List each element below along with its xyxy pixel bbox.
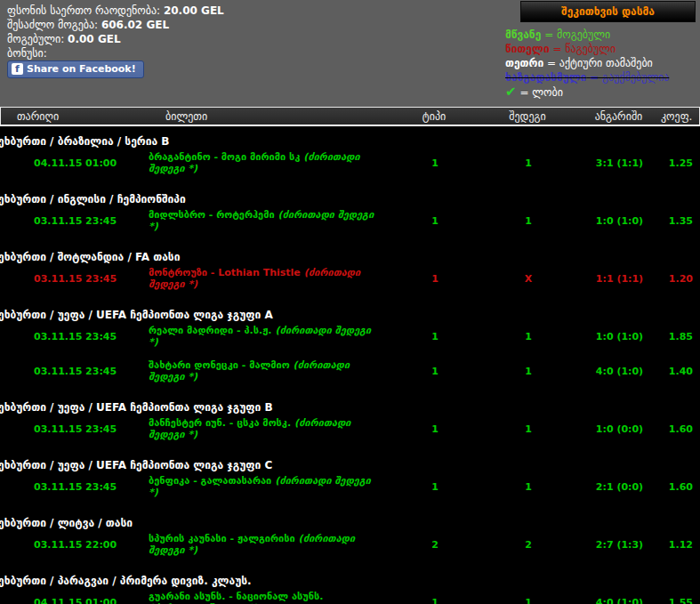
league-header: ეხბურთი / უეფა / UEFA ჩემპიონთა ლიგა ჯგუ… (0, 392, 700, 415)
bet-odds: 1.60 (662, 481, 700, 493)
bonus-label: ბონუსი: (7, 47, 47, 60)
header-date: თარიღი (1, 110, 143, 123)
bet-score: 2:1 (0:0) (577, 481, 662, 493)
bet-odds: 1.25 (662, 157, 700, 169)
bet-score: 2:7 (1:3) (577, 539, 662, 551)
share-on-facebook-button[interactable]: f Share on Facebook! (7, 60, 144, 78)
bet-score: 1:1 (1:1) (577, 273, 662, 285)
bet-result: 1 (479, 423, 577, 435)
match-teams: მიდლსბრო - როტერჰემი (149, 209, 275, 221)
bet-row: 03.11.15 23:45 შახტარი დონეცკი - მალმიო … (0, 358, 700, 392)
bet-row: 03.11.15 22:00 სპურის კაუნასი - ჟალგირის… (0, 531, 700, 566)
legend-item: ✔ = ლობი (505, 85, 669, 100)
account-summary: ფსონის საერთო რაოდენობა: 20.00 GEL შესაძ… (7, 4, 224, 60)
bet-history-table: თარიღი ბილეთი ტიპი შედეგი ანგარიში კოეფ.… (0, 107, 700, 604)
bet-type: 1 (390, 331, 479, 342)
match-teams: გუარანი ასუნს. - ნაციონალ ასუნს. (149, 591, 323, 602)
bet-row: 03.11.15 23:45 მონტროუზი - Lothian Thist… (0, 265, 700, 300)
bet-ticket: მანჩესტერ იუნ. - ცსკა მოსკ. (ძირითადი შე… (142, 417, 390, 440)
bet-result: 1 (479, 481, 577, 493)
bet-type: 1 (390, 215, 479, 227)
bet-ticket: შახტარი დონეცკი - მალმიო (ძირითადი შედეგ… (142, 359, 390, 383)
legend-desc: = წაგებული (552, 43, 616, 55)
bet-ticket: მიდლსბრო - როტერჰემი (ძირითადი შედეგი *) (142, 209, 390, 232)
header-ticket: ბილეთი (143, 110, 390, 123)
match-teams: მონტროუზი - Lothian Thistle (149, 267, 301, 278)
possible-win-line: შესაძლო მოგება: 606.02 GEL (7, 18, 224, 32)
bet-result: 1 (479, 157, 577, 169)
total-bet-label: ფსონის საერთო რაოდენობა: (7, 4, 160, 17)
bet-type: 1 (390, 157, 479, 169)
legend-desc: = ლობი (519, 86, 563, 99)
bet-type: 1 (390, 423, 479, 435)
bet-ticket: ბენფიკა - გალათასარაი (ძირითადი შედეგი *… (142, 475, 390, 498)
bet-result: X (479, 273, 577, 285)
bet-date: 04.11.15 01:00 (0, 597, 142, 604)
possible-win-value: 606.02 GEL (101, 19, 169, 31)
table-body: ეხბურთი / ბრაზილია / სერია B 04.11.15 01… (0, 126, 700, 604)
bet-score: 1:0 (1:0) (577, 215, 662, 227)
bet-row: 04.11.15 01:00 გუარანი ასუნს. - ნაციონალ… (0, 589, 700, 604)
bet-type: 1 (390, 481, 479, 493)
header-type: ტიპი (390, 110, 479, 123)
total-bet-value: 20.00 GEL (164, 4, 224, 17)
bet-date: 03.11.15 23:45 (0, 273, 142, 285)
league-header: ეხბურთი / შოტლანდია / FA თასი (0, 242, 700, 265)
legend-term: ხაზგადასმული (505, 71, 586, 84)
ask-question-button[interactable]: შეკითხვის დასმა (520, 1, 696, 22)
legend-desc: = გაუქმებულია (590, 71, 669, 84)
league-header: ეხბურთი / უეფა / UEFA ჩემპიონთა ლიგა ჯგუ… (0, 450, 700, 473)
bet-result: 1 (479, 331, 577, 342)
bet-date: 03.11.15 22:00 (0, 539, 142, 551)
bet-type: 2 (390, 539, 479, 551)
bet-score: 1:0 (1:0) (577, 331, 662, 342)
bet-row: 03.11.15 23:45 მიდლსბრო - როტერჰემი (ძირ… (0, 207, 700, 242)
bet-ticket: ბრაგანტინო - მოგი მირიმი სკ (ძირითადი შე… (142, 151, 390, 174)
bet-odds: 1.12 (662, 539, 700, 551)
legend-item: თეთრი = აქტიური თამაშები (505, 56, 669, 70)
league-header: ეხბურთი / ბრაზილია / სერია B (0, 126, 700, 149)
won-line: მოგებული: 0.00 GEL (7, 32, 224, 46)
bet-odds: 1.40 (662, 366, 700, 377)
bet-odds: 1.55 (662, 597, 700, 604)
header-result: შედეგი (479, 110, 576, 123)
league-header: ეხბურთი / ინგლისი / ჩემპიონშიპი (0, 184, 700, 207)
bet-type: 1 (390, 597, 479, 604)
bet-date: 03.11.15 23:45 (0, 366, 142, 377)
match-teams: ბრაგანტინო - მოგი მირიმი სკ (149, 151, 300, 163)
facebook-icon: f (12, 63, 23, 75)
won-label: მოგებული: (7, 33, 64, 45)
league-header: ეხბურთი / უეფა / UEFA ჩემპიონთა ლიგა ჯგუ… (0, 300, 700, 323)
bet-odds: 1.20 (662, 273, 700, 285)
facebook-button-label: Share on Facebook! (27, 63, 136, 75)
bet-odds: 1.85 (662, 331, 700, 342)
bet-row: 03.11.15 23:45 მანჩესტერ იუნ. - ცსკა მოს… (0, 415, 700, 450)
bet-result: 1 (479, 215, 577, 227)
legend-item: წითელი = წაგებული (505, 42, 669, 56)
match-teams: ბენფიკა - გალათასარაი (149, 475, 271, 487)
bet-date: 03.11.15 23:45 (0, 331, 142, 342)
bet-result: 2 (479, 539, 577, 551)
bet-ticket: მონტროუზი - Lothian Thistle (ძირითადი შე… (142, 267, 390, 290)
bet-date: 04.11.15 01:00 (0, 157, 142, 169)
bet-ticket: გუარანი ასუნს. - ნაციონალ ასუნს. (ძირითა… (142, 591, 390, 604)
bet-result: 1 (479, 597, 577, 604)
match-teams: მანჩესტერ იუნ. - ცსკა მოსკ. (149, 417, 291, 429)
bet-row: 04.11.15 01:00 ბრაგანტინო - მოგი მირიმი … (0, 149, 700, 184)
bet-ticket: სპურის კაუნასი - ჟალგირისი (ძირითადი შედ… (142, 533, 390, 556)
won-value: 0.00 GEL (68, 33, 120, 45)
bet-result: 1 (479, 366, 577, 377)
bet-row: 03.11.15 23:45 რეალი მადრიდი - პ.ს.ჟ. (ძ… (0, 323, 700, 358)
bet-score: 3:1 (1:1) (577, 157, 662, 169)
bet-date: 03.11.15 23:45 (0, 423, 142, 435)
match-teams: რეალი მადრიდი - პ.ს.ჟ. (149, 325, 272, 336)
bet-ticket: რეალი მადრიდი - პ.ს.ჟ. (ძირითადი შედეგი … (142, 325, 390, 348)
possible-win-label: შესაძლო მოგება: (7, 19, 98, 31)
bonus-line: ბონუსი: (7, 46, 224, 60)
bet-row: 03.11.15 23:45 ბენფიკა - გალათასარაი (ძი… (0, 473, 700, 508)
bet-date: 03.11.15 23:45 (0, 215, 142, 227)
bet-type: 1 (390, 366, 479, 377)
legend-term: წითელი (505, 43, 550, 55)
match-teams: სპურის კაუნასი - ჟალგირისი (149, 533, 295, 544)
bet-type: 1 (390, 273, 479, 285)
